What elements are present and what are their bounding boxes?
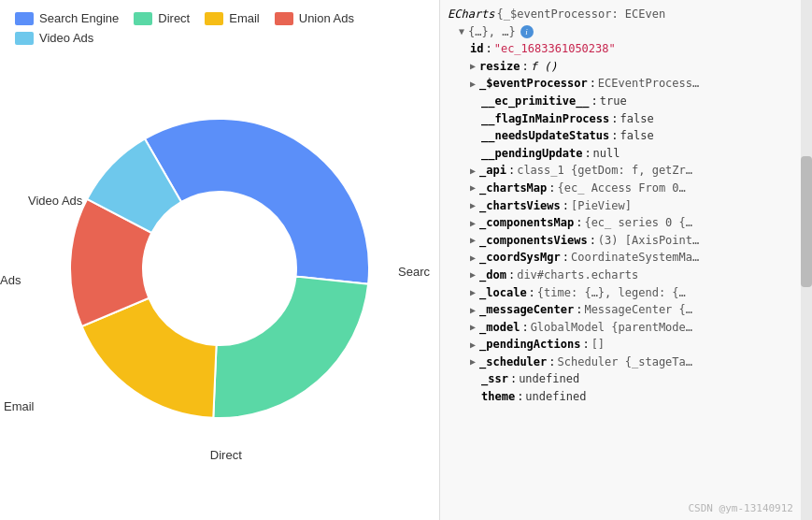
prop-dom: _dom	[479, 267, 506, 284]
prop-messagecenter: _messageCenter	[479, 301, 574, 319]
colon-componentsviews: :	[590, 232, 596, 250]
code-inspector-panel: ECharts {_$eventProcessor: ECEven ▼ {…},…	[439, 0, 812, 520]
val-componentsmap: {ec_ series 0 {…	[584, 214, 692, 232]
expand-pendingactions[interactable]: ▶	[470, 338, 476, 353]
colon-pendingupdate: :	[584, 145, 591, 163]
code-line-ssr: _ssr : undefined	[448, 370, 805, 388]
prop-scheduler: _scheduler	[479, 354, 547, 371]
val-messagecenter: MessageCenter {…	[584, 301, 692, 319]
code-line-flagmain: __flagInMainProcess : false	[448, 110, 805, 128]
val-coordsysmgr: CoordinateSystemMa…	[571, 249, 699, 267]
colon-id: :	[485, 40, 491, 58]
val-eventprocessor: ECEventProcess…	[598, 75, 699, 93]
legend-color-search-engine	[15, 12, 34, 25]
code-line-scheduler: ▶ _scheduler : Scheduler {_stageTa…	[448, 354, 805, 371]
prop-chartsviews: _chartsViews	[479, 197, 561, 215]
legend-item-union-ads: Union Ads	[275, 11, 354, 25]
colon-coordsysmgr: :	[563, 249, 569, 267]
code-line-theme: theme : undefined	[448, 388, 805, 406]
colon-scheduler: :	[548, 354, 555, 371]
expand-resize[interactable]: ▶	[470, 59, 476, 74]
prop-theme: theme	[481, 388, 515, 406]
colon-model: :	[521, 319, 528, 337]
val-scheduler: Scheduler {_stageTa…	[558, 354, 693, 371]
prop-ssr: _ssr	[481, 370, 508, 388]
colon-chartsviews: :	[563, 197, 569, 215]
code-line-api: ▶ _api : class_1 {getDom: f, getZr…	[448, 162, 805, 180]
code-obj-preview: {_$eventProcessor: ECEven	[497, 6, 666, 23]
legend-color-email	[205, 12, 223, 25]
colon-flagmain: :	[611, 110, 618, 128]
code-obj-0: {…}, …}	[468, 23, 516, 41]
expand-scheduler[interactable]: ▶	[470, 354, 476, 369]
chart-panel: Search Engine Direct Email Union Ads Vid…	[0, 0, 439, 520]
prop-pendingactions: _pendingActions	[479, 336, 580, 354]
prop-eventprocessor: _$eventProcessor	[479, 75, 588, 93]
code-keyword: ECharts	[448, 6, 495, 23]
expand-model[interactable]: ▶	[470, 320, 476, 335]
val-id: "ec_1683361050238"	[494, 40, 616, 58]
expand-chartsviews[interactable]: ▶	[470, 198, 476, 213]
legend-color-direct	[134, 12, 152, 25]
expand-locale[interactable]: ▶	[470, 285, 476, 300]
donut-chart-svg	[42, 91, 397, 446]
colon-api: :	[508, 162, 515, 180]
prop-componentsviews: _componentsViews	[479, 232, 588, 250]
donut-chart-area: Searc Direct Email Ads Video Ads	[0, 49, 439, 488]
code-line-messagecenter: ▶ _messageCenter : MessageCenter {…	[448, 301, 805, 319]
scrollbar[interactable]	[801, 0, 812, 520]
legend-label-search-engine: Search Engine	[39, 11, 119, 25]
code-line-coordsysmgr: ▶ _coordSysMgr : CoordinateSystemMa…	[448, 249, 805, 267]
prop-componentsmap: _componentsMap	[479, 214, 574, 232]
prop-api: _api	[479, 162, 506, 180]
code-line-ec-primitive: __ec_primitive__ : true	[448, 93, 805, 110]
colon-dom: :	[508, 267, 515, 284]
colon-ssr: :	[510, 370, 517, 388]
info-icon[interactable]: i	[520, 25, 534, 38]
collapse-icon[interactable]: ▼	[459, 24, 464, 39]
code-line-model: ▶ _model : GlobalModel {parentMode…	[448, 319, 805, 337]
code-line-locale: ▶ _locale : {time: {…}, legend: {…	[448, 284, 805, 302]
expand-coordsysmgr[interactable]: ▶	[470, 251, 476, 266]
prop-flagmain: __flagInMainProcess	[481, 110, 609, 128]
legend-label-email: Email	[229, 11, 260, 25]
colon-componentsmap: :	[576, 214, 582, 232]
expand-dom[interactable]: ▶	[470, 267, 476, 282]
colon-needsupdate: :	[611, 127, 618, 145]
expand-eventprocessor[interactable]: ▶	[470, 77, 476, 92]
colon-theme: :	[517, 388, 523, 406]
legend-item-direct: Direct	[134, 11, 190, 25]
prop-coordsysmgr: _coordSysMgr	[479, 249, 561, 267]
prop-needsupdate: __needsUpdateStatus	[481, 127, 609, 145]
legend-color-union-ads	[275, 12, 293, 25]
val-ec-primitive: true	[600, 93, 627, 110]
colon-ecp: :	[591, 93, 598, 110]
colon-resize: :	[521, 58, 528, 76]
code-line-pendingactions: ▶ _pendingActions : []	[448, 336, 805, 354]
colon-messagecenter: :	[576, 301, 582, 319]
expand-api[interactable]: ▶	[470, 164, 476, 179]
val-dom: div#charts.echarts	[517, 267, 638, 284]
expand-componentsmap[interactable]: ▶	[470, 216, 476, 231]
expand-componentsviews[interactable]: ▶	[470, 233, 476, 248]
prop-locale: _locale	[479, 284, 527, 302]
legend-label-union-ads: Union Ads	[299, 11, 354, 25]
code-line-pendingupdate: __pendingUpdate : null	[448, 145, 805, 163]
label-email: Email	[4, 399, 35, 413]
expand-messagecenter[interactable]: ▶	[470, 303, 476, 318]
val-pendingactions: []	[591, 336, 605, 354]
val-resize: f ()	[531, 58, 558, 76]
label-search: Searc	[398, 265, 430, 279]
prop-model: _model	[479, 319, 520, 337]
val-locale: {time: {…}, legend: {…	[537, 284, 686, 302]
legend-item-video-ads: Video Ads	[15, 31, 93, 45]
colon-locale: :	[529, 284, 535, 302]
prop-ec-primitive: __ec_primitive__	[481, 93, 590, 110]
scrollbar-thumb[interactable]	[801, 156, 812, 287]
legend-item-search-engine: Search Engine	[15, 11, 119, 25]
expand-chartsmap[interactable]: ▶	[470, 181, 476, 195]
label-direct: Direct	[210, 448, 242, 462]
val-needsupdate: false	[620, 127, 654, 145]
prop-id: id	[470, 40, 483, 58]
watermark: CSDN @ym-13140912	[688, 502, 793, 514]
